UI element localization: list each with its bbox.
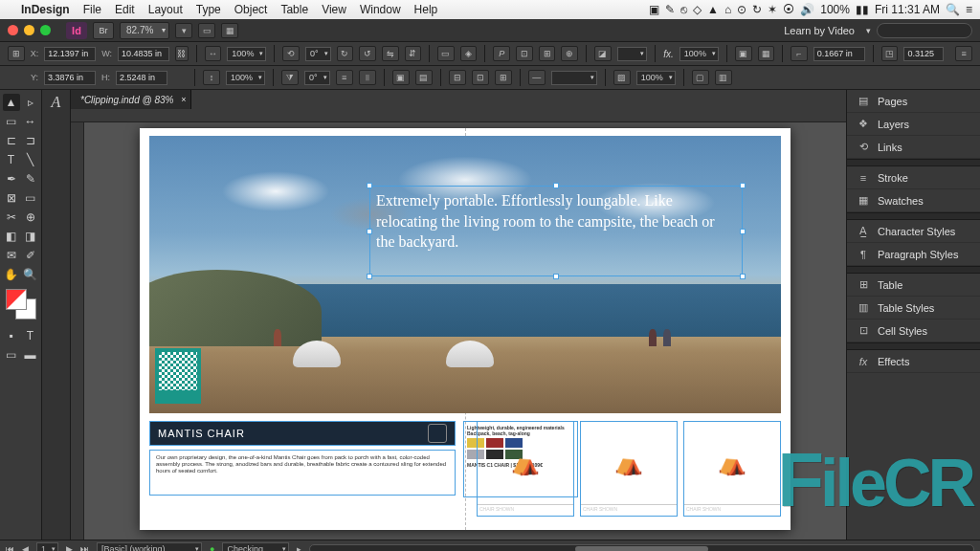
select-container-icon[interactable]: ▭ [437,46,455,61]
shear-field[interactable]: 0° [304,71,330,85]
fit-content-icon[interactable]: ⊞ [539,46,556,61]
thumbnail-frame[interactable]: ⛺ CHAIR SHOWN [683,421,781,517]
resize-handle[interactable] [740,183,746,188]
tray-icon[interactable]: ⎋ [680,3,687,16]
arrange-button[interactable]: ▦ [221,23,238,38]
menu-object[interactable]: Object [234,3,268,16]
stroke-w-field[interactable] [813,47,865,61]
panel-paragraph-styles[interactable]: ¶Paragraph Styles [847,243,980,266]
qr-code-graphic[interactable] [155,348,201,404]
master-dropdown[interactable]: [Basic] (working) [97,542,202,551]
apply-color-icon[interactable]: ▪ [3,327,20,344]
fit-prop-icon[interactable]: ▣ [392,70,410,85]
resize-handle[interactable] [367,274,372,279]
fill-swatch-icon[interactable]: ◪ [594,46,612,61]
menu-file[interactable]: File [83,3,101,16]
corner-icon[interactable]: ⌐ [791,46,808,61]
text-wrap-bound-icon[interactable]: ▦ [758,46,775,61]
panel-character-styles[interactable]: A̲Character Styles [847,220,980,243]
y-field[interactable] [44,71,96,85]
menu-help[interactable]: Help [414,3,438,16]
menu-layout[interactable]: Layout [148,3,183,16]
flip-h-icon[interactable]: ⇋ [382,46,399,61]
flip-v-icon[interactable]: ⇵ [405,46,422,61]
free-transform-tool[interactable]: ⊕ [22,209,39,226]
page-nav-prev-icon[interactable]: ⏮ [6,544,14,552]
notification-icon[interactable]: ≡ [966,3,972,16]
preflight-dropdown[interactable]: Checking [222,542,289,551]
reference-point-icon[interactable]: ⊞ [8,46,25,61]
x-field[interactable] [44,47,96,61]
thumbnail-frame[interactable]: ⛺ CHAIR SHOWN [477,421,574,517]
close-button[interactable] [8,25,18,35]
rectangle-tool[interactable]: ▭ [22,189,39,207]
panel-menu-icon[interactable]: ≡ [955,46,972,61]
scrollbar-thumb[interactable] [575,546,708,552]
frame-grid-icon[interactable]: ⊡ [472,70,489,85]
spotlight-icon[interactable]: 🔍 [946,3,960,16]
rotate-90-cw-icon[interactable]: ↻ [337,46,354,61]
minimize-button[interactable] [24,25,34,35]
maximize-button[interactable] [40,25,51,35]
horizontal-scrollbar[interactable] [309,544,974,552]
selection-tool[interactable]: ▲ [3,94,20,111]
line-tool[interactable]: ╲ [22,151,39,168]
effects-icon[interactable]: fx. [663,49,674,59]
scale-x-field[interactable]: 100% [227,47,266,61]
tray-icon[interactable]: ◇ [693,3,702,16]
gradient-swatch-tool[interactable]: ◧ [3,228,20,245]
gap-tool[interactable]: ↔ [22,113,39,130]
status-menu-icon[interactable]: ▸ [297,544,301,552]
page-nav-back-icon[interactable]: ◀ [22,544,29,552]
stroke-style-dropdown[interactable] [551,71,597,85]
page-tool[interactable]: ▭ [3,113,20,130]
corner-radius-field[interactable] [903,47,944,61]
menu-view[interactable]: View [322,3,346,16]
resize-handle[interactable] [367,183,372,188]
center-content-icon[interactable]: ⊕ [561,46,578,61]
opacity-a-field[interactable]: 100% [679,47,719,61]
panel-cell-styles[interactable]: ⊡Cell Styles [847,320,980,342]
pasteboard[interactable]: Extremely portable. Effortlessly loungab… [84,122,846,540]
workspace-switcher[interactable]: Learn by Video [784,25,855,36]
tray-icon[interactable]: ✶ [768,3,777,16]
panel-links[interactable]: ⟲Links [847,136,980,159]
tray-icon[interactable]: ▲ [707,3,719,16]
panel-table[interactable]: ⊞Table [847,274,980,297]
vertical-ruler[interactable] [71,122,84,540]
stroke-weight-field[interactable] [617,47,648,61]
menu-window[interactable]: Window [360,3,401,16]
resize-handle[interactable] [553,274,559,279]
bridge-button[interactable]: Br [93,22,114,39]
hero-text-frame-selected[interactable]: Extremely portable. Effortlessly loungab… [369,186,743,276]
wifi-icon[interactable]: ⦿ [783,3,794,16]
panel-swatches[interactable]: ▦Swatches [847,189,980,212]
pen-tool[interactable]: ✒ [3,170,20,187]
fitting-icon[interactable]: P [493,46,510,61]
workspace-chevron-icon[interactable]: ▾ [866,26,871,35]
tray-icon[interactable]: ⊙ [737,3,746,16]
product-title-bar[interactable]: MANTIS CHAIR [149,421,456,446]
document-tab[interactable]: *Clipping.indd @ 83%× [71,90,191,109]
w-field[interactable] [118,47,169,61]
menu-type[interactable]: Type [196,3,221,16]
stroke-style-icon[interactable]: — [528,70,546,85]
frame-grid-icon[interactable]: ⊞ [495,70,512,85]
resize-handle[interactable] [553,183,559,188]
fill-stroke-picker[interactable] [6,289,36,320]
page-nav-fwd-icon[interactable]: ▶ [66,544,73,552]
frame-grid-icon[interactable]: ⊟ [449,70,466,85]
screen-mode-button[interactable]: ▭ [198,23,215,38]
page-nav-last-icon[interactable]: ⏭ [80,544,89,552]
gradient-feather-tool[interactable]: ◨ [22,228,39,245]
page-number-field[interactable]: 1 [36,542,58,551]
panel-pages[interactable]: ▤Pages [847,90,980,113]
menu-edit[interactable]: Edit [115,3,135,16]
wrap-jump-icon[interactable]: ▥ [715,70,732,85]
panel-effects[interactable]: fxEffects [847,350,980,373]
view-options-button[interactable]: ▾ [175,23,192,38]
zoom-tool[interactable]: 🔍 [22,266,39,283]
normal-view-icon[interactable]: ▭ [3,346,20,364]
help-search-input[interactable] [877,23,972,38]
horizontal-ruler[interactable] [71,109,846,122]
